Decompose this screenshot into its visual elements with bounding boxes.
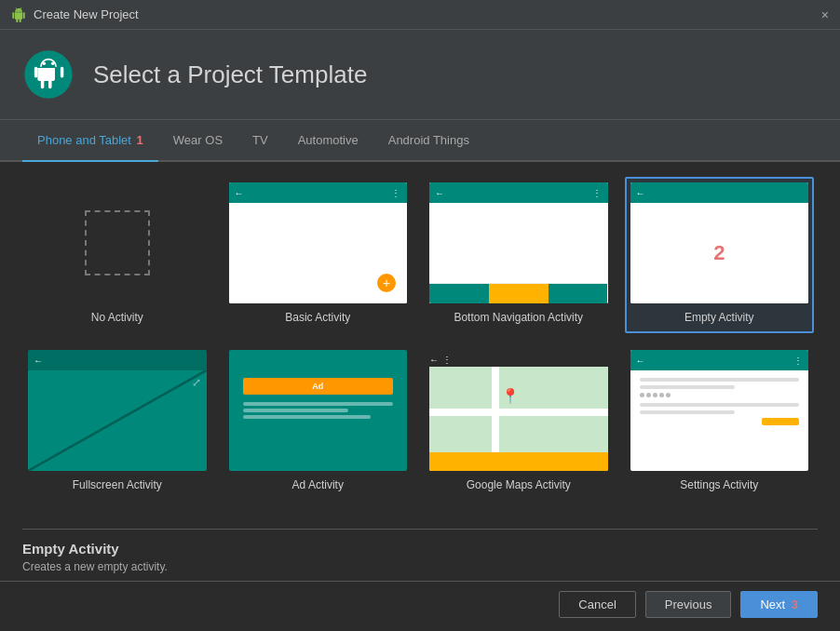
android-logo [22,48,75,101]
fullscreen-body: ⤢ [28,370,207,471]
template-label-no-activity: No Activity [91,311,143,328]
settings-topbar: ← ⋮ [630,350,809,370]
empty-topbar: ← [630,182,809,203]
annotation-1: 1 [137,133,143,147]
close-button[interactable]: × [821,7,829,22]
description-title: Empty Activity [22,541,818,557]
template-label-ad: Ad Activity [292,478,344,495]
basic-body: + [229,203,408,303]
template-no-activity[interactable]: No Activity [22,177,212,333]
svg-line-3 [28,370,207,471]
thumbnail-empty-activity: ← 2 [630,182,809,303]
template-label-map: Google Maps Activity [467,478,571,495]
template-fullscreen[interactable]: ← ⤢ Fullscreen Activity [22,344,212,501]
thumbnail-no-activity [28,182,207,303]
template-settings[interactable]: ← ⋮ [625,344,815,501]
description-section: Empty Activity Creates a new empty activ… [22,529,818,581]
template-label-bottom-nav: Bottom Navigation Activity [454,311,583,328]
bottom-nav-bar [429,283,608,303]
map-body: 📍 [429,367,608,471]
ad-banner: Ad [243,378,394,395]
templates-grid-wrapper: No Activity ← ⋮ + Ba [22,177,818,521]
expand-icon: ⤢ [192,376,201,389]
fab-button: + [377,274,396,292]
thumbnail-map: ← ⋮ 📍 [429,350,608,471]
next-button[interactable]: Next 3 [740,591,818,618]
settings-action-btn [762,418,799,425]
description-text: Creates a new empty activity. [22,560,818,573]
tab-phone-tablet[interactable]: Phone and Tablet 1 [22,120,158,162]
templates-grid: No Activity ← ⋮ + Ba [22,177,814,501]
template-empty-activity[interactable]: ← 2 Empty Activity [625,177,815,333]
scrollbar-area: No Activity ← ⋮ + Ba [22,177,818,521]
map-yellow-bar [429,452,608,471]
dashed-box [85,210,150,275]
template-label-fullscreen: Fullscreen Activity [73,478,162,495]
main-content: Select a Project Template Phone and Tabl… [0,30,840,631]
annotation-3: 3 [792,597,798,611]
template-label-settings: Settings Activity [680,478,758,495]
bottom-nav-topbar: ← ⋮ [429,182,608,203]
thumbnail-basic-activity: ← ⋮ + [229,182,408,303]
thumbnail-fullscreen: ← ⤢ [28,350,207,471]
thumbnail-settings: ← ⋮ [630,350,809,471]
template-map[interactable]: ← ⋮ 📍 Google Maps Activity [424,344,614,501]
tab-automotive[interactable]: Automotive [283,120,373,160]
settings-body [630,370,809,471]
settings-stars [640,393,800,397]
footer-section: Cancel Previous Next 3 [0,581,840,631]
body-section: No Activity ← ⋮ + Ba [0,162,840,581]
previous-button[interactable]: Previous [645,591,732,618]
template-ad[interactable]: Ad Ad Activity [224,344,413,501]
thumbnail-ad: Ad [229,350,408,471]
cancel-button[interactable]: Cancel [559,591,635,618]
annotation-2: 2 [713,241,725,265]
android-icon [11,7,26,22]
fullscreen-topbar: ← [28,350,207,370]
tab-wear[interactable]: Wear OS [158,120,237,160]
template-label-basic: Basic Activity [285,311,350,328]
template-label-empty: Empty Activity [684,311,754,328]
map-pin: 📍 [501,387,520,405]
window-title: Create New Project [34,7,139,21]
tab-tv[interactable]: TV [237,120,283,160]
ad-lines [229,402,408,422]
tab-android-things[interactable]: Android Things [373,120,484,160]
template-bottom-nav[interactable]: ← ⋮ Bottom Navigation Activity [424,177,614,333]
title-bar: Create New Project × [0,0,840,30]
template-basic-activity[interactable]: ← ⋮ + Basic Activity [224,177,413,333]
diagonal-line [28,370,207,471]
empty-body: 2 [630,203,809,303]
header-section: Select a Project Template [0,30,840,120]
thumbnail-bottom-nav: ← ⋮ [429,182,608,303]
bottom-nav-body [429,203,608,283]
page-title: Select a Project Template [93,60,367,89]
title-bar-left: Create New Project [11,7,139,22]
map-road-h [429,409,608,416]
basic-topbar: ← ⋮ [229,182,408,203]
map-topbar: ← ⋮ [429,350,608,367]
tabs-section: Phone and Tablet 1 Wear OS TV Automotive… [0,120,840,162]
